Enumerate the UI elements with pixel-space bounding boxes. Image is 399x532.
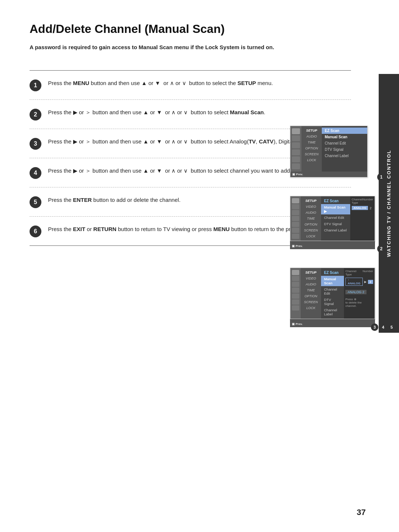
left-item-audio: AUDIO xyxy=(301,210,321,216)
icon-s2-6 xyxy=(292,228,299,233)
menu-2-footer: ▣ Prev. xyxy=(290,241,375,249)
menu-2-left: SETUP VIDEO AUDIO TIME OPTION SCREEN LOC… xyxy=(301,196,321,241)
menu-1-icons xyxy=(290,126,301,172)
menu-3-icons xyxy=(290,268,301,319)
analog2-display: ANALOG 2 xyxy=(345,288,373,295)
icon-3 xyxy=(292,142,300,148)
menu-1-footer-text: ▣ Prev. xyxy=(292,173,303,176)
left-item-video: VIDEO xyxy=(301,204,321,210)
icon-5 xyxy=(292,156,300,162)
arrow-right: ▶ xyxy=(364,280,366,284)
left-item-time: TIME xyxy=(301,216,321,221)
icon-2 xyxy=(292,135,300,141)
page-title: Add/Delete Channel (Manual Scan) xyxy=(30,22,351,36)
menu-item-screen: SCREEN xyxy=(301,151,322,157)
mid-item-ezscan: EZ Scan xyxy=(321,198,350,204)
menu-item-lock: LOCK xyxy=(301,157,322,163)
analog2-label: ANALOG 2 xyxy=(345,290,366,294)
icon-4 xyxy=(292,149,300,155)
badge-1: 1 xyxy=(377,173,385,181)
menu-item-setup: SETUP xyxy=(301,128,322,133)
menu-screenshot-2: SETUP VIDEO AUDIO TIME OPTION SCREEN LOC… xyxy=(290,196,375,241)
channel3-number: 2 xyxy=(368,280,373,284)
analog-badge: ANALOG xyxy=(352,206,368,210)
step-1: 1 Press the MENU button and then use ▲ o… xyxy=(30,70,351,100)
icon-s3-6 xyxy=(292,299,299,305)
menu-1-footer: ▣ Prev. xyxy=(290,172,367,177)
right3-labels: Channel Type Number xyxy=(345,270,373,276)
icon-s2-4 xyxy=(292,216,299,221)
mid3-ezscan: EZ Scan xyxy=(321,270,344,276)
channel3-row: ↑ ANALOG ▶ 2 xyxy=(345,278,373,286)
left3-option: OPTION xyxy=(301,293,321,299)
page-number: 37 xyxy=(357,508,366,517)
menu-3-footer-text: ▣ Prev. xyxy=(292,322,303,326)
step-number-3: 3 xyxy=(30,138,41,150)
menu-1-body: SETUP AUDIO TIME OPTION SCREEN LOCK EZ S… xyxy=(290,126,367,172)
channel-row: ANALOG 2 xyxy=(352,206,373,210)
menu-1-left: SETUP AUDIO TIME OPTION SCREEN LOCK xyxy=(301,126,322,172)
sidebar-text: WATCHING TV / CHANNEL CONTROL xyxy=(386,150,392,257)
menu-item-time: TIME xyxy=(301,139,322,145)
menu-2-mid: EZ Scan Manual Scan ▶ Channel Edit DTV S… xyxy=(321,196,350,241)
menu-item-audio: AUDIO xyxy=(301,133,322,139)
mid3-channellabel: Channel Label xyxy=(321,307,344,317)
menu-screenshot-1: SETUP AUDIO TIME OPTION SCREEN LOCK EZ S… xyxy=(290,126,368,177)
mid-item-dtvsignal: DTV Signal xyxy=(321,221,350,227)
left3-lock: LOCK xyxy=(301,305,321,311)
analog-badge-outline: ↑ ANALOG xyxy=(345,278,363,286)
step-number-6: 6 xyxy=(30,226,41,237)
left3-video: VIDEO xyxy=(301,275,321,281)
badge-5: 5 xyxy=(388,323,395,331)
mid3-channeledit: Channel Edit xyxy=(321,286,344,297)
step-number-5: 5 xyxy=(30,196,41,208)
mid-item-manualscan: Manual Scan ▶ xyxy=(321,204,350,214)
menu-option-channeledit: Channel Edit xyxy=(322,140,367,146)
step-number-4: 4 xyxy=(30,167,41,179)
mid-item-channeledit: Channel Edit xyxy=(321,214,350,221)
step-number-1: 1 xyxy=(30,79,41,91)
left-item-setup: SETUP xyxy=(301,198,321,204)
screenshots-column: SETUP AUDIO TIME OPTION SCREEN LOCK EZ S… xyxy=(290,126,375,327)
left3-setup: SETUP xyxy=(301,270,321,275)
icon-s3-5 xyxy=(292,294,299,299)
icon-s3-4 xyxy=(292,288,299,293)
icon-6 xyxy=(292,163,300,169)
menu-option-manualscan: Manual Scan xyxy=(322,134,367,140)
mid-item-channellabel: Channel Label xyxy=(321,227,350,233)
step-text-1: Press the MENU button and then use ▲ or … xyxy=(48,79,351,88)
menu-screenshot-1-container: SETUP AUDIO TIME OPTION SCREEN LOCK EZ S… xyxy=(290,126,375,177)
menu-3-left: SETUP VIDEO AUDIO TIME OPTION SCREEN LOC… xyxy=(301,268,321,319)
mid3-manualscan: Manual Scan xyxy=(321,276,344,286)
left3-audio: AUDIO xyxy=(301,281,321,287)
step-text-2: Press the ▶ or ＞ button and then use ▲ o… xyxy=(48,108,351,117)
label-channel-type: Channel Type xyxy=(352,198,363,204)
badge-2: 2 xyxy=(377,245,385,253)
menu-2-icons xyxy=(290,196,301,241)
menu-item-option: OPTION xyxy=(301,145,322,151)
badge-345: 3 4 5 xyxy=(371,323,395,331)
menu-2-footer-text: ▣ Prev. xyxy=(292,244,303,248)
icon-s2-1 xyxy=(292,198,299,203)
label-number: Number xyxy=(363,198,373,204)
menu-2-right: Channel Type Number ANALOG 2 xyxy=(350,196,375,241)
right-col-labels: Channel Type Number xyxy=(352,198,373,204)
left3-screen: SCREEN xyxy=(301,299,321,305)
icon-s2-7 xyxy=(292,234,299,239)
icon-s2-3 xyxy=(292,210,299,215)
step-2: 2 Press the ▶ or ＞ button and then use ▲… xyxy=(30,100,351,129)
menu-screenshot-3-container: SETUP VIDEO AUDIO TIME OPTION SCREEN LOC… xyxy=(290,268,375,327)
icon-1 xyxy=(292,128,300,134)
icon-s3-3 xyxy=(292,282,299,287)
left3-time: TIME xyxy=(301,287,321,293)
menu-option-channellabel: Channel Label xyxy=(322,153,367,159)
icon-s2-5 xyxy=(292,222,299,227)
icon-s3-7 xyxy=(292,305,299,311)
right3-type-label: Channel Type xyxy=(345,270,363,276)
menu-1-right: EZ Scan Manual Scan Channel Edit DTV Sig… xyxy=(322,126,367,172)
sidebar-label: WATCHING TV / CHANNEL CONTROL xyxy=(379,74,399,333)
left-item-option: OPTION xyxy=(301,221,321,227)
badge-4: 4 xyxy=(379,323,387,331)
channel-number: 2 xyxy=(369,206,371,210)
mid3-dtvsignal: DTV Signal xyxy=(321,297,344,307)
